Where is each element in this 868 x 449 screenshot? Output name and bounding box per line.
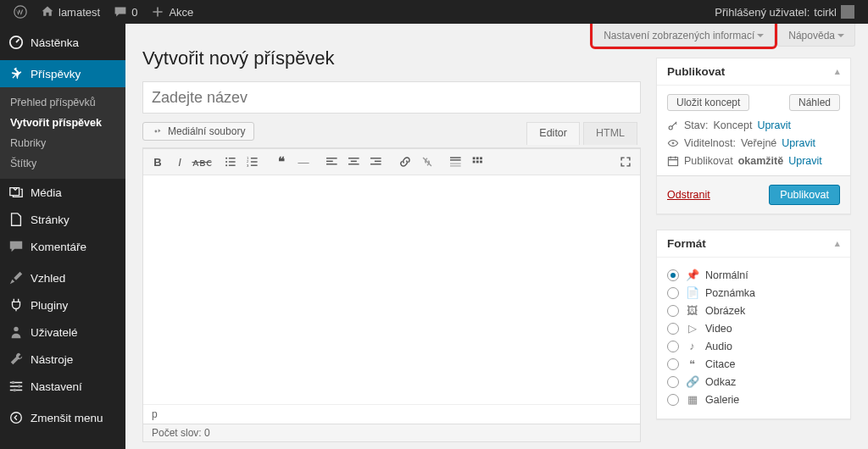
publish-button[interactable]: Publikovat: [769, 185, 840, 205]
format-gallery[interactable]: ▦Galerie: [667, 391, 840, 408]
sub-all-posts[interactable]: Přehled příspěvků: [0, 92, 125, 113]
menu-tools[interactable]: Nástroje: [0, 346, 125, 373]
svg-rect-38: [480, 161, 482, 164]
preview-button[interactable]: Náhled: [789, 94, 840, 111]
svg-rect-26: [370, 158, 381, 158]
number-list-button[interactable]: 123: [242, 152, 264, 172]
menu-pages[interactable]: Stránky: [0, 206, 125, 233]
tab-text[interactable]: HTML: [583, 122, 637, 145]
edit-visibility-link[interactable]: Upravit: [782, 137, 815, 149]
chevron-down-icon: [757, 34, 764, 41]
svg-rect-19: [251, 165, 258, 166]
post-title-input[interactable]: [142, 81, 641, 114]
link-button[interactable]: [394, 152, 416, 172]
format-audio[interactable]: ♪Audio: [667, 337, 840, 355]
italic-button[interactable]: I: [169, 152, 191, 172]
screen-options-tab[interactable]: Nastavení zobrazených informací: [593, 24, 775, 47]
menu-comments[interactable]: Komentáře: [0, 233, 125, 260]
bold-button[interactable]: B: [147, 152, 169, 172]
radio-icon: [667, 341, 679, 352]
collapse-menu[interactable]: Zmenšit menu: [0, 404, 125, 431]
format-video[interactable]: ▷Video: [667, 319, 840, 337]
format-aside[interactable]: 📄Poznámka: [667, 284, 840, 302]
svg-point-7: [155, 130, 158, 133]
more-button[interactable]: [445, 152, 467, 172]
menu-media[interactable]: Média: [0, 179, 125, 206]
format-image[interactable]: 🖼Obrázek: [667, 302, 840, 319]
align-right-button[interactable]: [365, 152, 387, 172]
svg-rect-28: [370, 164, 381, 164]
collapse-icon: [8, 410, 24, 425]
schedule-row: Publikovat okamžitě Upravit: [667, 155, 840, 167]
home-icon: [41, 5, 54, 19]
sub-tags[interactable]: Štítky: [0, 153, 125, 174]
align-left-button[interactable]: [321, 152, 343, 172]
comments-link[interactable]: 0: [107, 0, 144, 24]
svg-rect-33: [473, 157, 476, 159]
format-standard[interactable]: 📌Normální: [667, 266, 840, 284]
wp-logo[interactable]: [7, 0, 34, 24]
editor-path: p: [143, 404, 640, 424]
strike-button[interactable]: ᴀʙᴄ: [191, 152, 213, 172]
delete-link[interactable]: Odstranit: [667, 189, 710, 201]
publish-box-header[interactable]: Publikovat▴: [657, 58, 850, 86]
visibility-row: Viditelnost: Veřejné Upravit: [667, 137, 840, 149]
unlink-button[interactable]: [416, 152, 438, 172]
format-label: Obrázek: [705, 305, 745, 317]
menu-appearance[interactable]: Vzhled: [0, 264, 125, 291]
svg-rect-24: [351, 161, 357, 162]
format-type-icon: 🖼: [686, 304, 698, 317]
add-new-label: Akce: [169, 6, 193, 19]
sub-categories[interactable]: Rubriky: [0, 133, 125, 153]
editor-body[interactable]: [143, 175, 640, 404]
wrench-icon: [8, 352, 24, 367]
svg-point-40: [672, 142, 675, 145]
svg-rect-13: [229, 165, 236, 166]
fullscreen-button[interactable]: [615, 152, 637, 172]
word-count: Počet slov: 0: [142, 424, 641, 442]
user-icon: [8, 324, 24, 340]
menu-settings[interactable]: Nastavení: [0, 373, 125, 400]
add-media-button[interactable]: Mediální soubory: [142, 122, 254, 141]
quote-button[interactable]: ❝: [270, 152, 292, 172]
posts-submenu: Přehled příspěvků Vytvořit příspěvek Rub…: [0, 87, 125, 179]
format-link[interactable]: 🔗Odkaz: [667, 373, 840, 391]
plus-icon: [151, 5, 164, 19]
bullet-list-button[interactable]: [220, 152, 242, 172]
svg-rect-20: [326, 158, 337, 158]
pin-icon: [8, 66, 24, 81]
calendar-icon: [667, 155, 679, 167]
edit-schedule-link[interactable]: Upravit: [788, 155, 822, 167]
user-menu[interactable]: Přihlášený uživatel: tcirkl: [708, 0, 861, 24]
menu-plugins[interactable]: Pluginy: [0, 291, 125, 319]
menu-users[interactable]: Uživatelé: [0, 319, 125, 346]
format-type-icon: 📄: [686, 286, 698, 299]
add-new[interactable]: Akce: [144, 0, 200, 24]
menu-posts[interactable]: Příspěvky: [0, 60, 125, 87]
editor: B I ᴀʙᴄ 123 ❝ —: [142, 147, 641, 424]
tab-visual[interactable]: Editor: [526, 122, 580, 145]
menu-dashboard[interactable]: Nástěnka: [0, 29, 125, 56]
svg-rect-11: [229, 158, 236, 158]
format-quote[interactable]: ❝Citace: [667, 355, 840, 373]
svg-rect-32: [450, 165, 461, 166]
format-label: Normální: [705, 269, 748, 281]
svg-point-10: [225, 164, 227, 166]
save-draft-button[interactable]: Uložit koncept: [667, 94, 749, 111]
sub-add-post[interactable]: Vytvořit příspěvek: [0, 113, 125, 133]
editor-toolbar: B I ᴀʙᴄ 123 ❝ —: [143, 148, 640, 175]
kitchen-sink-button[interactable]: [467, 152, 489, 172]
svg-rect-29: [450, 157, 461, 158]
media-icon: [152, 125, 164, 137]
help-tab[interactable]: Nápověda: [777, 24, 855, 47]
svg-rect-25: [348, 164, 359, 164]
svg-rect-22: [326, 164, 337, 164]
svg-rect-21: [326, 161, 333, 162]
align-center-button[interactable]: [343, 152, 365, 172]
radio-icon: [667, 394, 679, 406]
format-box: Formát▴ 📌Normální📄Poznámka🖼Obrázek▷Video…: [656, 230, 851, 419]
hr-button[interactable]: —: [292, 152, 314, 172]
site-link[interactable]: lamatest: [34, 0, 107, 24]
format-box-header[interactable]: Formát▴: [657, 230, 850, 258]
edit-status-link[interactable]: Upravit: [757, 119, 791, 131]
